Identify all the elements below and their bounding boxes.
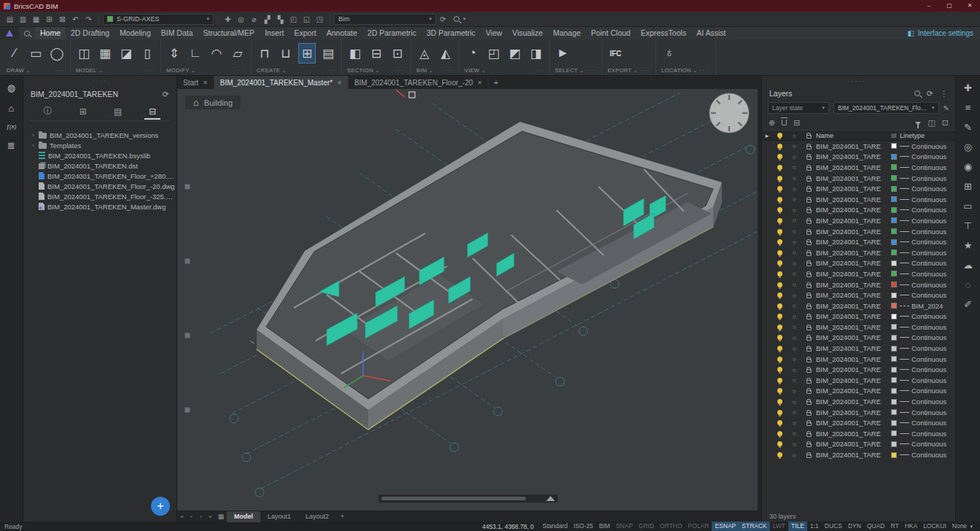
ribbon-group-label[interactable]: SECTION [347, 67, 380, 74]
layer-lock-icon[interactable] [806, 454, 812, 458]
layer-on-icon[interactable] [777, 250, 782, 255]
layer-color-swatch[interactable] [891, 207, 897, 213]
import-icon[interactable]: ⊞ [43, 13, 55, 26]
layer-on-icon[interactable] [777, 314, 782, 319]
visibility-column-icon[interactable] [772, 133, 787, 138]
status-toggle[interactable]: None ▾ [949, 522, 976, 531]
layer-color-swatch[interactable] [891, 452, 897, 458]
ribbon-tab[interactable]: Manage [548, 27, 586, 39]
layer-row[interactable]: ☼ BIM_2024001_TARE Continuous [762, 279, 955, 290]
layer-row[interactable]: ☼ BIM_2024001_TARE Continuous [762, 333, 955, 344]
layer-freeze-icon[interactable]: ☼ [787, 292, 801, 299]
layer-row[interactable]: ☼ BIM_2024001_TARE Continuous [762, 417, 955, 428]
dialog-launcher-dots[interactable] [55, 67, 65, 74]
ribbon-tab[interactable]: Modeling [114, 27, 156, 39]
layer-lock-icon[interactable] [806, 284, 812, 288]
layer-linetype[interactable]: Continuous [900, 238, 955, 246]
save-icon[interactable]: ▦ [30, 13, 42, 26]
layer-color-swatch[interactable] [891, 271, 897, 276]
solid-box-icon[interactable]: ▦ [97, 44, 113, 63]
layer-on-icon[interactable] [777, 335, 782, 340]
tools-icon[interactable]: ✚ [964, 83, 972, 93]
viewport-1-icon[interactable]: ◰ [287, 13, 300, 26]
layer-on-icon[interactable] [777, 186, 782, 191]
layer-lock-icon[interactable] [806, 156, 812, 160]
layer-linetype[interactable]: Continuous [900, 344, 955, 352]
layer-freeze-icon[interactable]: ☼ [787, 174, 801, 182]
layer-on-icon[interactable] [777, 388, 782, 393]
layer-on-icon[interactable] [777, 431, 782, 436]
layer-row[interactable]: ☼ BIM_2024001_TARE Continuous [762, 215, 955, 226]
layer-linetype[interactable]: Continuous [900, 365, 955, 373]
layer-on-icon[interactable] [777, 239, 782, 244]
layer-row[interactable]: ☼ BIM_2024001_TARE Continuous [762, 247, 955, 258]
layer-on-icon[interactable] [777, 410, 782, 415]
layer-freeze-icon[interactable]: ☼ [787, 142, 801, 150]
status-toggle[interactable]: Standard ▾ [540, 522, 571, 531]
panel-drag-handle[interactable] [762, 76, 955, 86]
layer-color-swatch[interactable] [891, 228, 897, 234]
layer-freeze-icon[interactable]: ☼ [787, 398, 801, 406]
ribbon-tab[interactable]: 3D Parametric [421, 27, 481, 39]
ruler-icon[interactable]: ⊤ [964, 221, 972, 230]
layer-linetype[interactable]: Continuous [900, 281, 955, 289]
layer-freeze-icon[interactable]: ☼ [787, 260, 801, 267]
layer-color-swatch[interactable] [891, 356, 897, 362]
layer-row[interactable]: ☼ BIM_2024001_TARE Continuous [762, 407, 955, 418]
ribbon-group-label[interactable]: MODEL [76, 67, 103, 74]
ribbon-group-label[interactable]: CREATE [257, 67, 287, 74]
layer-color-swatch[interactable] [891, 388, 897, 394]
section-detail-icon[interactable]: ⊡ [389, 44, 405, 63]
layer-on-icon[interactable] [777, 176, 782, 181]
layer-row[interactable]: ☼ BIM_2024001_TARE Continuous [762, 322, 955, 333]
fx-icon[interactable]: ƒ(x) [7, 124, 17, 130]
layout-tab[interactable]: Model [227, 511, 260, 522]
favorites-icon[interactable]: ★ [964, 241, 973, 250]
layer-linetype[interactable]: Continuous [900, 398, 955, 406]
tree-item[interactable]: BIM_2024001_TAREKEN_Master.dwg [31, 201, 176, 212]
orbit-view-icon[interactable]: ◔ [464, 44, 481, 63]
layer-on-icon[interactable] [777, 154, 782, 159]
layer-row[interactable]: ☼ BIM_2024001_TARE Continuous [762, 354, 955, 365]
ribbon-group-label[interactable]: SELECT [555, 67, 584, 74]
ribbon-tab[interactable]: Home [35, 27, 66, 39]
cloud-icon[interactable]: ☁ [963, 260, 973, 270]
current-layer-select[interactable]: S-GRID-AXES ▾ [103, 14, 214, 25]
layout-grid-icon[interactable]: ▦ [215, 513, 227, 520]
layer-linetype[interactable]: Continuous [900, 430, 955, 438]
layer-color-swatch[interactable] [891, 143, 897, 149]
layer-color-swatch[interactable] [891, 175, 897, 181]
layer-linetype[interactable]: Continuous [900, 451, 955, 459]
layer-row[interactable]: ☼ BIM_2024001_TARE Continuous [762, 364, 955, 375]
tree-item[interactable]: › Templates [31, 140, 176, 150]
layer-freeze-icon[interactable]: ☼ [787, 408, 801, 416]
layer-freeze-icon[interactable]: ☼ [787, 217, 801, 224]
layer-lock-icon[interactable] [806, 220, 812, 224]
panel-tab-info[interactable]: ⓘ [38, 103, 58, 120]
ribbon-tab[interactable]: 2D Parametric [362, 27, 421, 39]
home-icon[interactable]: ⌂ [9, 104, 15, 113]
layer-color-swatch[interactable] [891, 441, 897, 447]
document-tab[interactable]: Start ✕ [177, 76, 214, 89]
layer-row[interactable]: ☼ BIM_2024001_TARE Continuous [762, 173, 955, 184]
layer-row[interactable]: ☼ BIM_2024001_TARE Continuous [762, 236, 955, 247]
panel-tab-sheets[interactable]: ▤ [108, 104, 128, 119]
layer-linetype[interactable]: Continuous [900, 249, 955, 257]
layer-lock-icon[interactable] [806, 231, 812, 235]
tree-item[interactable]: BIM_2024001_TAREKEN_Floor_-20.dwg [31, 181, 176, 191]
status-toggle[interactable]: QUAD ▾ [864, 522, 888, 531]
slab-icon[interactable]: ⊔ [278, 44, 294, 63]
layer-linetype[interactable]: Continuous [900, 217, 955, 225]
layer-color-swatch[interactable] [891, 249, 897, 255]
properties-icon[interactable]: ≡ [965, 103, 971, 112]
layer-freeze-icon[interactable]: ☼ [787, 195, 801, 203]
layer-color-swatch[interactable] [891, 335, 897, 341]
layer-on-icon[interactable] [777, 378, 782, 383]
display-icon[interactable]: ▭ [963, 201, 972, 211]
document-tab[interactable]: BIM_2024001_TAREKEN_Floor_-20 ✕ [349, 76, 489, 89]
layer-freeze-icon[interactable]: ☼ [787, 302, 801, 309]
delete-layer-button[interactable] [782, 118, 787, 127]
dialog-launcher-dots[interactable] [534, 67, 544, 74]
layer-on-icon[interactable] [777, 292, 782, 298]
new-file-icon[interactable]: ▤ [4, 13, 16, 26]
